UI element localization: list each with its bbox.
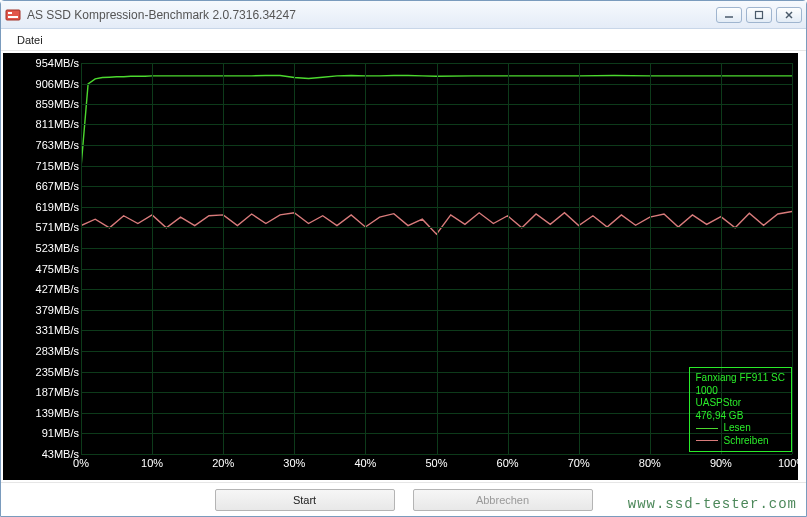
minimize-button[interactable] <box>716 7 742 23</box>
maximize-button[interactable] <box>746 7 772 23</box>
y-tick-label: 906MB/s <box>36 78 81 90</box>
chart-area: 43MB/s91MB/s139MB/s187MB/s235MB/s283MB/s… <box>3 53 798 480</box>
y-tick-label: 715MB/s <box>36 160 81 172</box>
legend-device-2: 1000 <box>696 385 786 398</box>
y-tick-label: 283MB/s <box>36 345 81 357</box>
x-tick-label: 80% <box>639 454 661 469</box>
legend-write-label: Schreiben <box>724 435 769 448</box>
x-tick-label: 90% <box>710 454 732 469</box>
button-row: Start Abbrechen <box>1 482 806 516</box>
x-tick-label: 100% <box>778 454 798 469</box>
window-title: AS SSD Kompression-Benchmark 2.0.7316.34… <box>27 8 716 22</box>
legend-write-swatch <box>696 440 718 441</box>
grid-v <box>579 63 580 454</box>
x-tick-label: 40% <box>354 454 376 469</box>
y-tick-label: 571MB/s <box>36 221 81 233</box>
x-tick-label: 70% <box>568 454 590 469</box>
svg-rect-0 <box>6 10 20 20</box>
plot-region: 43MB/s91MB/s139MB/s187MB/s235MB/s283MB/s… <box>81 63 792 454</box>
svg-rect-4 <box>756 11 763 18</box>
grid-v <box>792 63 793 454</box>
grid-v <box>294 63 295 454</box>
grid-v <box>437 63 438 454</box>
grid-v <box>223 63 224 454</box>
app-icon <box>5 7 21 23</box>
y-tick-label: 619MB/s <box>36 201 81 213</box>
window-buttons <box>716 7 802 23</box>
legend-write-row: Schreiben <box>696 435 786 448</box>
legend-read-swatch <box>696 428 718 429</box>
y-tick-label: 379MB/s <box>36 304 81 316</box>
x-tick-label: 60% <box>497 454 519 469</box>
grid-v <box>152 63 153 454</box>
legend-driver: UASPStor <box>696 397 786 410</box>
grid-v <box>508 63 509 454</box>
y-tick-label: 763MB/s <box>36 139 81 151</box>
menu-file[interactable]: Datei <box>9 32 51 48</box>
y-tick-label: 331MB/s <box>36 324 81 336</box>
legend-read-row: Lesen <box>696 422 786 435</box>
y-tick-label: 475MB/s <box>36 263 81 275</box>
x-tick-label: 50% <box>425 454 447 469</box>
legend-device: Fanxiang FF911 SC <box>696 372 786 385</box>
x-tick-label: 20% <box>212 454 234 469</box>
grid-v <box>650 63 651 454</box>
cancel-button: Abbrechen <box>413 489 593 511</box>
y-tick-label: 235MB/s <box>36 366 81 378</box>
grid-v <box>81 63 82 454</box>
y-tick-label: 859MB/s <box>36 98 81 110</box>
titlebar: AS SSD Kompression-Benchmark 2.0.7316.34… <box>1 1 806 29</box>
y-tick-label: 523MB/s <box>36 242 81 254</box>
y-tick-label: 954MB/s <box>36 57 81 69</box>
y-tick-label: 187MB/s <box>36 386 81 398</box>
legend-capacity: 476,94 GB <box>696 410 786 423</box>
grid-v <box>365 63 366 454</box>
y-tick-label: 667MB/s <box>36 180 81 192</box>
x-tick-label: 10% <box>141 454 163 469</box>
legend-read-label: Lesen <box>724 422 751 435</box>
y-tick-label: 811MB/s <box>36 118 81 130</box>
x-tick-label: 30% <box>283 454 305 469</box>
y-tick-label: 91MB/s <box>42 427 81 439</box>
close-button[interactable] <box>776 7 802 23</box>
svg-rect-2 <box>8 16 18 18</box>
start-button[interactable]: Start <box>215 489 395 511</box>
app-window: AS SSD Kompression-Benchmark 2.0.7316.34… <box>0 0 807 517</box>
svg-rect-1 <box>8 12 12 14</box>
y-tick-label: 427MB/s <box>36 283 81 295</box>
y-tick-label: 139MB/s <box>36 407 81 419</box>
chart-container: 43MB/s91MB/s139MB/s187MB/s235MB/s283MB/s… <box>1 51 806 482</box>
menubar: Datei <box>1 29 806 51</box>
x-tick-label: 0% <box>73 454 89 469</box>
legend-box: Fanxiang FF911 SC 1000 UASPStor 476,94 G… <box>689 367 793 452</box>
